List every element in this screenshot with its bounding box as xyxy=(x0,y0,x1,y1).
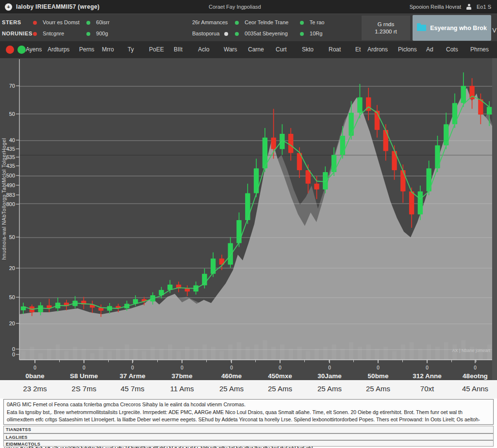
menu-item-cots[interactable]: Cots xyxy=(446,46,458,53)
x-axis-label-row1: 37bme xyxy=(172,372,193,380)
filter-setting-2[interactable]: Bastoporua xyxy=(192,31,228,36)
x-zero-label: 0 xyxy=(377,365,380,370)
x-zero-label: 0 xyxy=(83,365,85,370)
x-axis-label-row2: 25 Ams xyxy=(268,384,292,393)
x-axis-label-row1: 312 Anne xyxy=(413,372,442,380)
volume-bar xyxy=(427,345,431,360)
y-tick-label: 635 xyxy=(6,154,15,160)
volume-bar xyxy=(323,347,328,360)
legend-item[interactable]: Ceor Telnde Trane xyxy=(235,19,288,25)
xaxis-row2: 23 2ms2S 7ms45 7ms11 Ams25 Ams25 Ams25 A… xyxy=(0,380,497,399)
green-dot-icon xyxy=(86,32,90,36)
folder-icon xyxy=(417,25,426,31)
y-tick-label: 500 xyxy=(6,173,15,178)
filter-setting-1[interactable]: 26r Ammances xyxy=(192,19,228,25)
green-dot-icon xyxy=(86,21,90,25)
menu-item-biit[interactable]: BIIt xyxy=(174,46,182,53)
chart-region[interactable]: 7050404356354355004908838005020502000hnu… xyxy=(0,58,497,380)
price-chart-svg[interactable]: 7050404356354355004908838005020502000hnu… xyxy=(0,58,497,380)
y-tick-label: 883 xyxy=(6,192,15,198)
volume-bar xyxy=(298,347,302,360)
volume-bar xyxy=(444,342,448,360)
menu-item-piclons[interactable]: Piclons xyxy=(398,46,417,53)
footer-section-row[interactable]: LAGLIIES xyxy=(3,433,494,440)
x-axis-label-row1: 48eotng xyxy=(463,372,488,380)
candle-body xyxy=(314,184,319,190)
x-axis-label-row1: 0bane xyxy=(25,372,45,380)
header-center-text: Coraet Fay Ingpoliasd xyxy=(209,4,261,10)
volume-bar xyxy=(150,347,155,360)
legend-label: Te rao xyxy=(310,19,325,25)
legend-item[interactable]: 60isrr xyxy=(86,19,110,25)
user-icon[interactable] xyxy=(466,4,472,10)
legend-item[interactable]: 900g xyxy=(86,31,108,36)
x-zero-label: 0 xyxy=(426,365,429,370)
window-title: Ialoby IRIEEAMMII57 (wrege) xyxy=(16,3,99,10)
filter-setting-label: Bastoporua xyxy=(192,31,219,36)
red-dot-icon xyxy=(33,21,37,25)
x-zero-label: 0 xyxy=(131,365,134,370)
menu-item-skto[interactable]: Skto xyxy=(302,46,314,53)
legend-item[interactable]: Vourr es Domst xyxy=(33,19,80,25)
menu-item-curt[interactable]: Curt xyxy=(276,46,287,53)
menu-item-carne[interactable]: Carne xyxy=(248,46,264,53)
menu-item-ty[interactable]: Ty xyxy=(128,46,134,53)
legend-label: Sntcgnre xyxy=(43,31,64,36)
legend-item[interactable]: 10Rg xyxy=(300,31,322,36)
legend-item[interactable]: Sntcgnre xyxy=(33,31,64,36)
stat-value: 1.2300 rt xyxy=(375,29,397,34)
x-zero-label: 0 xyxy=(328,365,331,370)
stat-box: G rnds 1.2300 rt xyxy=(362,16,410,40)
x-axis-label-row2: 2S 7ms xyxy=(72,384,97,393)
user-label[interactable]: Eo1 S xyxy=(477,4,491,10)
footer-section-row[interactable]: TIAN26TSS xyxy=(3,426,494,433)
menu-item-poee[interactable]: PoEE xyxy=(149,46,164,53)
menu-item-ardrons[interactable]: Ardrons xyxy=(367,46,388,53)
menu-item-ayens[interactable]: Ayens xyxy=(26,46,42,53)
volume-bar xyxy=(133,349,138,360)
volume-bar xyxy=(280,345,284,360)
header-right-text: Spooion Reilla Hovrat xyxy=(410,4,461,10)
candle-body xyxy=(461,86,466,103)
y-axis-title: hnudnoia-wal NAbTollorgp TabIMclol Tolge… xyxy=(1,138,7,259)
candle-body xyxy=(288,134,293,153)
menu-item-roat[interactable]: Roat xyxy=(329,46,341,53)
volume-bar xyxy=(392,351,397,360)
export-button[interactable]: Esyerang who Brok xyxy=(413,15,491,41)
volume-bar xyxy=(30,347,34,360)
volume-bar xyxy=(177,351,181,360)
menu-item-phrnes[interactable]: Phrnes xyxy=(470,46,489,53)
volume-bar xyxy=(435,347,440,360)
candle-body xyxy=(331,155,336,172)
footer-dense-text: anteom Boofib Tob AB silt ot tritiTrit b… xyxy=(3,446,494,448)
volume-bar xyxy=(401,345,405,360)
menu-item-ardturps[interactable]: Ardturps xyxy=(48,46,69,53)
legend-item[interactable]: Te rao xyxy=(300,19,324,25)
x-axis-label-row2: 11 Ams xyxy=(170,384,194,393)
menu-item-aclo[interactable]: Aclo xyxy=(198,46,209,53)
volume-bar xyxy=(168,345,172,360)
volume-bar xyxy=(219,351,224,360)
volume-bar xyxy=(125,345,129,360)
legend-item[interactable]: 0035at Sbeyening xyxy=(235,31,288,36)
green-dot-icon xyxy=(235,32,239,36)
x-zero-label: 0 xyxy=(279,365,282,370)
menu-item-et[interactable]: Et xyxy=(355,46,361,53)
volume-bar xyxy=(142,351,146,360)
x-axis-label-row2: 25 Ams xyxy=(317,384,342,393)
volume-bar xyxy=(202,345,207,360)
menu-item-ad[interactable]: Ad xyxy=(426,46,433,53)
volume-bar xyxy=(289,349,293,360)
red-status-circle[interactable] xyxy=(6,46,14,54)
y-tick-label: 435 xyxy=(6,146,15,152)
volume-bar xyxy=(73,347,77,360)
volume-bar xyxy=(271,347,276,360)
menu-item-wars[interactable]: Wars xyxy=(224,46,237,53)
green-status-circle[interactable] xyxy=(17,46,26,54)
candle-body xyxy=(306,170,311,184)
notes-line: Eata lia tgnsiby bst,. Bree wrhetromrmol… xyxy=(7,409,490,416)
menu-item-perns[interactable]: Perns xyxy=(79,46,94,53)
stat-label: G rnds xyxy=(378,21,395,27)
menu-item-mrro[interactable]: Mrro xyxy=(102,46,114,53)
volume-bar xyxy=(358,347,362,360)
